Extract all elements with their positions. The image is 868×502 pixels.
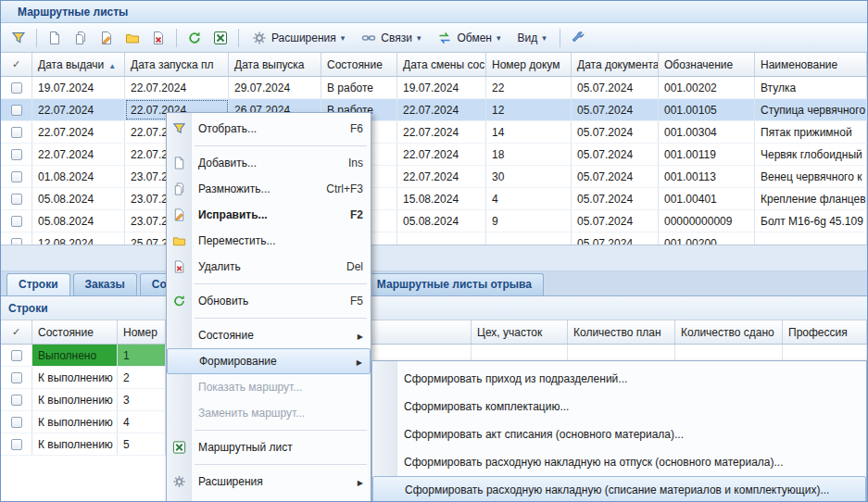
cell[interactable]: 05.07.2024: [572, 77, 659, 98]
row-select-cell[interactable]: [1, 144, 32, 165]
row-checkbox[interactable]: [11, 350, 22, 361]
state-cell[interactable]: К выполнению: [32, 367, 118, 388]
row-select-cell[interactable]: [1, 166, 32, 187]
table-row-selected[interactable]: 22.07.2024 22.07.2024 26.07.2024 В работ…: [1, 99, 867, 121]
menu-item-refresh[interactable]: Обновить F5: [167, 288, 371, 314]
cell[interactable]: 001.00202: [659, 77, 755, 98]
menu-item-move[interactable]: Переместить...: [167, 228, 371, 254]
tab-rows[interactable]: Строки: [6, 273, 70, 295]
column-header-state[interactable]: Состояние: [32, 320, 118, 344]
state-cell[interactable]: К выполнению: [32, 433, 118, 455]
cell[interactable]: 22.07.2024: [125, 77, 229, 98]
cell[interactable]: [755, 232, 867, 245]
extensions-dropdown[interactable]: Расширения: [245, 27, 352, 49]
column-header-state[interactable]: Состояние: [321, 53, 397, 76]
cell[interactable]: [486, 232, 572, 245]
excel-export-button[interactable]: [208, 27, 233, 49]
cell[interactable]: 001.00304: [659, 121, 755, 143]
number-cell[interactable]: 2: [118, 367, 166, 388]
cell[interactable]: 19.07.2024: [32, 77, 125, 98]
cell[interactable]: 19.07.2024: [397, 77, 486, 98]
view-dropdown[interactable]: Вид: [510, 27, 554, 49]
cell[interactable]: 05.07.2024: [572, 144, 659, 165]
column-header-doc-date[interactable]: Дата документа: [572, 53, 659, 76]
cell[interactable]: 22.07.2024: [397, 144, 486, 165]
cell[interactable]: [397, 232, 486, 245]
cell[interactable]: В работе: [321, 77, 397, 98]
delete-button[interactable]: [146, 27, 170, 49]
table-row[interactable]: 05.08.2024 23.07.2024 05.08.2024 9 05.07…: [1, 210, 867, 232]
column-header-qty-done[interactable]: Количество сдано: [675, 320, 783, 344]
cell[interactable]: 00000000009: [659, 210, 755, 232]
menu-item-route-sheet[interactable]: Маршрутный лист: [167, 434, 371, 460]
cell[interactable]: Крепление фланцев: [755, 188, 867, 209]
number-cell[interactable]: 4: [118, 411, 166, 433]
menu-item-extensions[interactable]: Расширения: [167, 469, 371, 495]
state-cell[interactable]: Выполнено: [32, 345, 118, 366]
tab-tearoff-route-sheets[interactable]: Маршрутные листы отрыва: [365, 273, 544, 295]
refresh-button[interactable]: [182, 27, 207, 49]
state-cell[interactable]: К выполнению: [32, 389, 118, 410]
column-header-qty-plan[interactable]: Количество план: [568, 320, 675, 344]
column-header-date-start[interactable]: Дата запуска пл: [125, 53, 229, 76]
row-checkbox[interactable]: [11, 439, 22, 450]
submenu-item-writeoff-act[interactable]: Сформировать акт списания (основного мат…: [372, 420, 866, 448]
cell[interactable]: 05.08.2024: [32, 210, 125, 232]
menu-item-state[interactable]: Состояние: [167, 322, 371, 348]
row-checkbox[interactable]: [11, 194, 22, 205]
row-select-cell[interactable]: [1, 411, 32, 433]
cell[interactable]: Червяк глобоидный: [755, 144, 867, 165]
menu-item-generate[interactable]: Формирование: [167, 348, 371, 374]
row-select-cell[interactable]: [1, 345, 32, 366]
cell[interactable]: 18: [486, 144, 572, 165]
cell[interactable]: 22.07.2024: [32, 121, 125, 143]
cell[interactable]: 05.07.2024: [572, 166, 659, 187]
cell[interactable]: 30: [486, 166, 572, 187]
cell[interactable]: 05.08.2024: [32, 188, 125, 209]
table-row[interactable]: 22.07.2024 22.07.2024 22.07.2024 18 05.0…: [1, 144, 867, 166]
table-row[interactable]: 22.07.2024 22.07.2024 22.07.2024 14 05.0…: [1, 121, 867, 144]
cell[interactable]: 01.08.2024: [32, 166, 125, 187]
row-checkbox[interactable]: [11, 238, 22, 246]
table-row[interactable]: 05.08.2024 23.07.2024 15.08.2024 4 05.07…: [1, 188, 867, 210]
cell[interactable]: 22.07.2024: [397, 166, 486, 187]
row-checkbox[interactable]: [11, 149, 22, 160]
cell[interactable]: 22.07.2024: [397, 99, 486, 120]
cell[interactable]: 12.08.2024: [32, 232, 125, 245]
cell[interactable]: 4: [486, 188, 572, 209]
cell[interactable]: Втулка: [755, 77, 867, 98]
cell[interactable]: 001.00119: [659, 144, 755, 165]
row-checkbox[interactable]: [11, 216, 22, 227]
menu-item-delete[interactable]: Удалить Del: [167, 254, 371, 280]
row-checkbox[interactable]: [11, 127, 22, 138]
table-row[interactable]: 19.07.2024 22.07.2024 29.07.2024 В работ…: [1, 77, 867, 99]
column-header-state-change-date[interactable]: Дата смены сос: [397, 53, 486, 76]
state-cell[interactable]: К выполнению: [32, 411, 118, 433]
column-header-workshop[interactable]: Цех, участок: [472, 320, 568, 344]
row-select-cell[interactable]: [1, 367, 32, 388]
cell[interactable]: 22: [486, 77, 572, 98]
cell[interactable]: 22.07.2024: [32, 144, 125, 165]
menu-item-filter[interactable]: Отобрать... F6: [167, 116, 371, 142]
add-button[interactable]: [43, 27, 67, 49]
number-cell[interactable]: 1: [118, 345, 166, 366]
cell[interactable]: 001.00200: [659, 232, 755, 245]
row-select-cell[interactable]: [1, 389, 32, 410]
cell[interactable]: 001.00105: [659, 99, 755, 120]
row-checkbox[interactable]: [11, 105, 22, 116]
cell[interactable]: 14: [486, 121, 572, 143]
tab-orders[interactable]: Заказы: [73, 273, 137, 295]
cell[interactable]: 29.07.2024: [229, 77, 321, 98]
upper-table-scroll-area[interactable]: [1, 245, 867, 271]
column-header-doc-number[interactable]: Номер докум: [486, 53, 572, 76]
cell[interactable]: 05.07.2024: [572, 188, 659, 209]
submenu-item-expense-invoice-writeoff[interactable]: Сформировать расходную накладную (списан…: [372, 476, 866, 502]
cell[interactable]: 22.07.2024: [397, 121, 486, 143]
menu-item-duplicate[interactable]: Размножить... Ctrl+F3: [167, 176, 371, 202]
move-button[interactable]: [120, 27, 145, 49]
select-all-column-header[interactable]: ✓: [1, 53, 32, 76]
cell[interactable]: Венец червячного к: [755, 166, 867, 187]
menu-item-edit[interactable]: Исправить... F2: [167, 202, 371, 228]
cell[interactable]: 001.00401: [659, 188, 755, 209]
cell[interactable]: Болт М16-6g 45.109: [755, 210, 867, 232]
